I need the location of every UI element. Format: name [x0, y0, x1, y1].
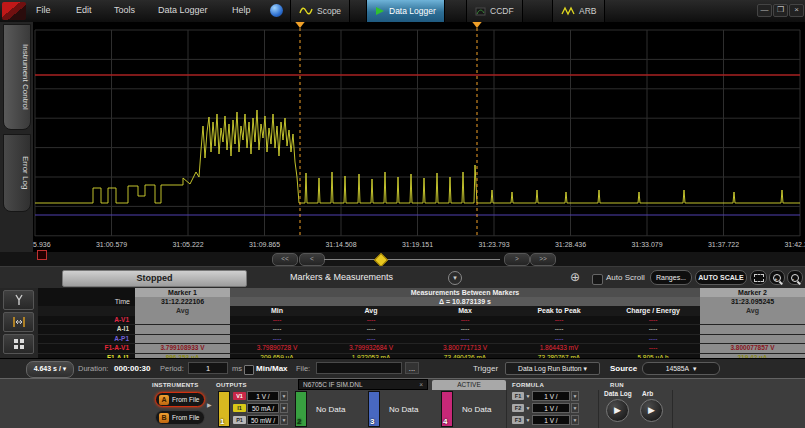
instrument-b-button[interactable]: B From File [155, 410, 205, 425]
app-window: File Edit Tools Data Logger Help Scope D… [0, 0, 805, 428]
measurement-cell: ---- [418, 325, 512, 333]
instruments-header: INSTRUMENTS [152, 382, 199, 388]
output-i1-row: I1 50 mA / ▼ [233, 403, 288, 413]
channel4-number: 4 [443, 417, 447, 426]
menu-help[interactable]: Help [232, 5, 251, 15]
channel1-bar[interactable]: 1 [218, 391, 230, 427]
formula-f1-row: F1▼ 1 V / ▼ [512, 391, 579, 401]
ranges-button[interactable]: Ranges... [650, 270, 692, 285]
f2-dropdown-icon[interactable]: ▼ [525, 405, 531, 411]
v1-scale-dropdown-icon[interactable]: ▼ [280, 391, 288, 401]
info-icon[interactable] [270, 4, 283, 17]
scroll-next-button[interactable]: > [504, 253, 530, 266]
source-select[interactable]: 14585A ▾ [642, 362, 720, 375]
tab-scope[interactable]: Scope [290, 0, 350, 22]
table-row[interactable]: A-P1-------------------- [38, 335, 805, 344]
between-markers-title: Measurements Between Markers [230, 288, 700, 297]
marker2-value-cell [700, 316, 805, 324]
f3-scale-field[interactable]: 1 V / [532, 415, 570, 425]
tab-arb[interactable]: ARB [552, 0, 605, 22]
auto-scroll-checkbox[interactable] [592, 274, 603, 285]
table-row[interactable]: A-I1-------------------- [38, 325, 805, 334]
measurement-cell: ---- [324, 335, 418, 343]
instrument-a-button[interactable]: A From File [155, 392, 205, 407]
measurement-cell: 3.800771713 V [418, 344, 512, 352]
trigger-select[interactable]: Data Log Run Button ▾ [505, 362, 600, 375]
spacer [38, 306, 135, 316]
channel3-bar[interactable]: 3 [368, 391, 380, 427]
table-tool-strip [0, 288, 38, 358]
arb-wave-icon [561, 6, 575, 16]
measurement-cell: ---- [606, 344, 700, 352]
minimize-button[interactable]: — [757, 4, 772, 17]
p1-scale-dropdown-icon[interactable]: ▼ [280, 415, 288, 425]
active-tab[interactable]: ACTIVE [432, 380, 506, 390]
menu-tools[interactable]: Tools [114, 5, 135, 15]
f2-scale-dropdown-icon[interactable]: ▼ [571, 403, 579, 413]
menu-file[interactable]: File [36, 5, 51, 15]
probe-tool-button[interactable] [3, 290, 34, 310]
i1-scale-field[interactable]: 50 mA / [247, 403, 279, 413]
tab-ccdf[interactable]: CCDF [466, 0, 523, 22]
grid-view-button[interactable] [3, 334, 34, 354]
f3-dropdown-icon[interactable]: ▼ [525, 417, 531, 423]
measurement-cell: ---- [324, 316, 418, 324]
next-instrument-icon[interactable]: ▶ [207, 401, 212, 408]
menu-data-logger[interactable]: Data Logger [158, 5, 208, 15]
measurement-cell: 3.799932684 V [324, 344, 418, 352]
f1-dropdown-icon[interactable]: ▼ [525, 393, 531, 399]
time-scale-button[interactable]: 4.643 s / ▾ [26, 361, 74, 378]
minmax-checkbox[interactable] [244, 365, 254, 375]
marker2-value-cell: 3.800077857 V [700, 344, 805, 352]
p1-scale-field[interactable]: 50 mW / [247, 415, 279, 425]
scroll-prev-button[interactable]: < [299, 253, 325, 266]
scroll-thumb[interactable] [374, 253, 388, 267]
scroll-track[interactable] [324, 259, 500, 260]
measurement-cell: ---- [606, 335, 700, 343]
table-body: A-V1--------------------A-I1------------… [38, 316, 805, 358]
channel4-bar[interactable]: 4 [441, 391, 453, 427]
data-log-play-button[interactable]: ▶ [606, 399, 629, 422]
i1-scale-dropdown-icon[interactable]: ▼ [280, 403, 288, 413]
browse-button[interactable]: ... [405, 362, 419, 374]
table-row[interactable]: A-V1-------------------- [38, 316, 805, 325]
scroll-first-button[interactable]: << [272, 253, 298, 266]
sidebar-tab-instrument-control[interactable]: Instrument Control [3, 24, 31, 130]
scroll-last-button[interactable]: >> [530, 253, 556, 266]
markers-tool-button[interactable] [3, 312, 34, 332]
v1-scale-field[interactable]: 1 V / [247, 391, 279, 401]
arb-play-button[interactable]: ▶ [640, 399, 663, 422]
tab-arb-label: ARB [579, 6, 596, 16]
f3-scale-dropdown-icon[interactable]: ▼ [571, 415, 579, 425]
menu-edit[interactable]: Edit [76, 5, 92, 15]
waveform-plot-area[interactable]: 30:55.93631:00.57931:05.22231:09.86531:1… [33, 22, 805, 252]
file-tab[interactable]: N6705C IF SIM.DNL × [298, 379, 428, 390]
f2-scale-field[interactable]: 1 V / [532, 403, 570, 413]
trace-name-cell: F1-A-V1 [38, 344, 135, 352]
run-state-indicator[interactable]: Stopped [62, 270, 247, 287]
f1-scale-field[interactable]: 1 V / [532, 391, 570, 401]
marker2-time: 31:23.095245 [700, 297, 805, 306]
time-scale-value: 4.643 s / [34, 365, 61, 372]
auto-scale-button[interactable]: AUTO SCALE [695, 270, 747, 285]
zoom-region-button[interactable] [750, 270, 767, 285]
title-bar: File Edit Tools Data Logger Help Scope D… [0, 0, 805, 22]
crosshair-icon[interactable]: ⊕ [570, 270, 580, 284]
f1-scale-dropdown-icon[interactable]: ▼ [571, 391, 579, 401]
zoom-out-button[interactable]: - [787, 270, 803, 285]
time-scrollbar: << < > >> [0, 252, 805, 266]
channel2-bar[interactable]: 2 [295, 391, 307, 427]
auto-scroll-label: Auto Scroll [606, 273, 645, 282]
close-button[interactable]: × [789, 4, 804, 17]
restore-button[interactable]: ❒ [773, 4, 788, 17]
tab-data-logger[interactable]: Data Logger [366, 0, 445, 22]
period-input[interactable]: 1 [188, 362, 228, 374]
channel2-no-data: No Data [316, 405, 345, 414]
zoom-in-button[interactable]: + [769, 270, 785, 285]
sidebar-tab-error-log[interactable]: Error Log [3, 134, 31, 212]
table-row[interactable]: F1-A-V13.799108933 V3.79890728 V3.799932… [38, 344, 805, 353]
file-input[interactable] [316, 362, 402, 374]
file-tab-label: N6705C IF SIM.DNL [303, 380, 363, 389]
collapse-chevron-icon[interactable]: ▾ [448, 271, 462, 285]
file-tab-close-icon[interactable]: × [419, 380, 423, 389]
